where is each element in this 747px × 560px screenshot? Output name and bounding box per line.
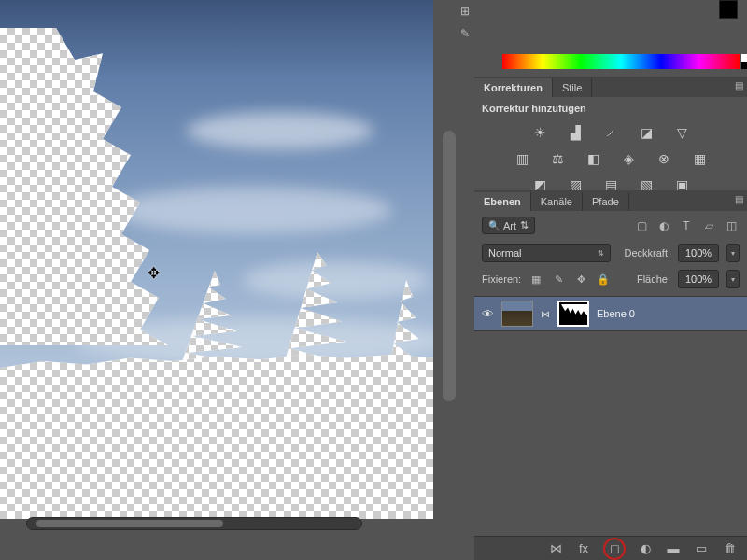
delete-layer-icon[interactable]: 🗑 (721, 540, 738, 557)
filter-pixel-icon[interactable]: ▢ (633, 218, 650, 233)
layers-footer: ⋈ fx ◻ ◐ ▬ ▭ 🗑 (474, 536, 747, 560)
fill-label: Fläche: (637, 273, 670, 285)
panel-menu-icon[interactable]: ▤ (735, 80, 743, 91)
adjustments-panel: Korrekturen Stile ▤ Korrektur hinzufügen… (474, 77, 747, 198)
canvas-area: ✥ (0, 0, 446, 541)
add-mask-icon[interactable]: ◻ (603, 538, 626, 560)
tab-korrekturen[interactable]: Korrekturen (474, 78, 553, 97)
document-canvas[interactable]: ✥ (0, 0, 433, 519)
blend-mode-value: Normal (488, 247, 521, 259)
panel-scrollbar[interactable] (443, 131, 456, 401)
vibrance-triangle-icon[interactable]: ▽ (670, 123, 693, 142)
chevron-updown-icon: ⇅ (520, 219, 529, 231)
visibility-eye-icon[interactable]: 👁 (482, 307, 494, 321)
filter-shape-icon[interactable]: ▱ (700, 218, 717, 233)
tab-kanaele[interactable]: Kanäle (531, 192, 583, 211)
layer-fx-icon[interactable]: fx (575, 540, 592, 557)
magic-wand-cursor: ✥ (148, 264, 160, 282)
layer-thumbnail[interactable] (501, 301, 533, 327)
channel-mixer-icon[interactable]: ⊗ (653, 149, 675, 168)
histogram-icon[interactable]: ⊞ (456, 2, 474, 21)
transparency-ground (0, 355, 433, 519)
filter-smart-icon[interactable]: ◫ (723, 218, 740, 233)
search-icon: 🔍 (488, 220, 500, 231)
lock-label: Fixieren: (482, 273, 521, 285)
fill-stepper[interactable]: ▾ (726, 270, 740, 288)
panel-menu-icon[interactable]: ▤ (735, 194, 743, 204)
lock-all-icon[interactable]: 🔒 (596, 272, 611, 287)
chevron-updown-icon: ⇅ (598, 249, 604, 258)
filter-label: Art (503, 220, 516, 231)
fill-value[interactable]: 100% (678, 270, 719, 288)
black-white-icon[interactable]: ◧ (582, 149, 604, 168)
opacity-stepper[interactable]: ▾ (726, 244, 740, 262)
layers-panel: Ebenen Kanäle Pfade ▤ 🔍 Art ⇅ ▢ ◐ T ▱ ◫ … (474, 190, 747, 536)
lock-pixels-icon[interactable]: ✎ (551, 272, 566, 287)
layer-row[interactable]: 👁 ⋈ Ebene 0 (474, 296, 747, 331)
exposure-icon[interactable]: ◪ (635, 123, 657, 142)
lock-transparency-icon[interactable]: ▦ (529, 272, 543, 287)
new-adjustment-layer-icon[interactable]: ◐ (637, 540, 654, 557)
layer-filter-select[interactable]: 🔍 Art ⇅ (482, 217, 535, 234)
new-layer-icon[interactable]: ▭ (693, 540, 710, 557)
filter-adjustment-icon[interactable]: ◐ (655, 218, 672, 233)
opacity-label: Deckkraft: (624, 247, 670, 259)
levels-icon[interactable]: ▟ (564, 123, 586, 142)
color-spectrum[interactable] (502, 54, 740, 69)
link-layers-icon[interactable]: ⋈ (547, 540, 564, 557)
layer-mask-thumbnail[interactable] (557, 301, 589, 327)
panels-column: Korrekturen Stile ▤ Korrektur hinzufügen… (474, 0, 747, 560)
horizontal-scrollbar[interactable] (26, 517, 362, 530)
opacity-value[interactable]: 100% (678, 244, 719, 262)
mask-link-icon[interactable]: ⋈ (541, 309, 550, 319)
notes-icon[interactable]: ✎ (456, 24, 474, 43)
blend-mode-select[interactable]: Normal ⇅ (482, 244, 611, 262)
photo-filter-icon[interactable]: ◈ (617, 149, 640, 168)
curves-icon[interactable]: ⟋ (599, 123, 622, 142)
color-balance-icon[interactable]: ⚖ (546, 149, 569, 168)
scrollbar-thumb[interactable] (36, 520, 223, 527)
foreground-swatch[interactable] (719, 0, 738, 19)
vibrance-icon[interactable]: ▥ (511, 149, 533, 168)
new-group-icon[interactable]: ▬ (665, 540, 682, 557)
tab-pfade[interactable]: Pfade (583, 192, 629, 211)
tab-ebenen[interactable]: Ebenen (474, 192, 531, 211)
layer-name[interactable]: Ebene 0 (597, 308, 635, 319)
color-lookup-icon[interactable]: ▦ (688, 149, 711, 168)
brightness-contrast-icon[interactable]: ☀ (529, 123, 551, 142)
adjustments-title: Korrektur hinzufügen (474, 97, 747, 119)
lock-position-icon[interactable]: ✥ (573, 272, 588, 287)
filter-type-icon[interactable]: T (678, 218, 695, 233)
layer-list: 👁 ⋈ Ebene 0 (474, 296, 747, 331)
tab-stile[interactable]: Stile (553, 78, 592, 97)
